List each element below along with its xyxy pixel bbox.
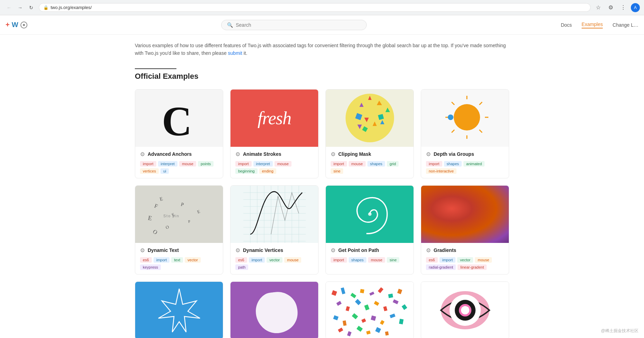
- tag-import-2[interactable]: import: [235, 161, 252, 167]
- svg-rect-77: [366, 330, 371, 335]
- tag-ending[interactable]: ending: [259, 168, 276, 174]
- back-button[interactable]: ←: [4, 3, 14, 12]
- card-icon-dynamic-text: ⚙: [140, 247, 145, 254]
- tag-import-3[interactable]: import: [331, 161, 347, 167]
- tag-beginning[interactable]: beginning: [235, 168, 258, 174]
- tag-es6-6[interactable]: es6: [235, 257, 247, 263]
- tag-interpret[interactable]: interpret: [158, 161, 177, 167]
- tag-ui[interactable]: ui: [160, 168, 169, 174]
- svg-rect-71: [380, 320, 384, 325]
- svg-text:E: E: [147, 214, 152, 222]
- search-bar[interactable]: 🔍: [221, 20, 367, 30]
- tag-linear-gradient[interactable]: linear-gradent: [458, 264, 487, 270]
- fresh-text: fresh: [258, 108, 291, 128]
- bookmark-button[interactable]: ☆: [593, 3, 603, 12]
- tag-text[interactable]: text: [171, 257, 183, 263]
- tag-es6-5[interactable]: es6: [140, 257, 152, 263]
- card-blob[interactable]: [230, 281, 319, 338]
- tag-mouse[interactable]: mouse: [179, 161, 196, 167]
- card-star[interactable]: [135, 281, 223, 338]
- tag-sine-7[interactable]: sine: [387, 257, 399, 263]
- svg-rect-52: [350, 293, 356, 298]
- tag-shapes-7[interactable]: shapes: [349, 257, 366, 263]
- card-title-get-point-on-path: Get Point on Path: [338, 247, 379, 253]
- svg-rect-62: [374, 301, 379, 306]
- tag-import[interactable]: import: [140, 161, 156, 167]
- card-get-point-on-path[interactable]: ⚙ Get Point on Path import shapes mouse …: [325, 185, 414, 274]
- dynamic-vertices-svg: [243, 186, 306, 243]
- card-eye[interactable]: [421, 281, 509, 338]
- tag-mouse-6[interactable]: mouse: [284, 257, 301, 263]
- card-icon-advanced-anchors: ⚙: [140, 151, 145, 158]
- tag-import-4[interactable]: import: [426, 161, 442, 167]
- tag-mouse-8[interactable]: mouse: [475, 257, 492, 263]
- menu-button[interactable]: ⋮: [618, 3, 628, 12]
- tag-vector-6[interactable]: vector: [267, 257, 282, 263]
- card-dynamic-vertices[interactable]: ⚙ Dynamic Vertices es6 import vector mou…: [230, 185, 319, 274]
- card-icon-dynamic-vertices: ⚙: [235, 247, 240, 254]
- address-bar[interactable]: 🔒 two.js.org/examples/: [39, 3, 591, 12]
- tag-import-6[interactable]: import: [249, 257, 265, 263]
- profile-avatar[interactable]: A: [631, 3, 640, 12]
- tag-import-8[interactable]: import: [440, 257, 456, 263]
- card-advanced-anchors[interactable]: C ⚙ Advanced Anchors import interpret mo…: [135, 89, 223, 178]
- svg-rect-56: [388, 294, 393, 298]
- tag-vertices[interactable]: vertices: [140, 168, 159, 174]
- search-input[interactable]: [236, 22, 361, 28]
- svg-rect-60: [355, 299, 361, 305]
- card-animate-strokes[interactable]: fresh ⚙ Animate Strokes import interpret…: [230, 89, 319, 178]
- card-title-row-3: ⚙ Clipping Mask: [331, 151, 409, 158]
- card-title-row-8: ⚙ Gradients: [426, 247, 504, 254]
- intro-paragraph: Various examples of how to use different…: [135, 42, 509, 57]
- card-title-advanced-anchors: Advanced Anchors: [148, 151, 192, 157]
- tag-non-interactive[interactable]: non-interactive: [426, 168, 456, 174]
- tag-import-5[interactable]: import: [154, 257, 170, 263]
- forward-button[interactable]: →: [15, 3, 25, 12]
- tag-vector-8[interactable]: vector: [457, 257, 473, 263]
- svg-point-1: [346, 94, 394, 142]
- reload-button[interactable]: ↻: [26, 3, 36, 12]
- svg-rect-74: [338, 328, 343, 332]
- svg-line-20: [452, 130, 454, 133]
- svg-rect-72: [390, 313, 395, 318]
- tag-keypress[interactable]: keypress: [140, 264, 161, 270]
- tag-mouse-3[interactable]: mouse: [349, 161, 366, 167]
- tag-vector-5[interactable]: vector: [185, 257, 201, 263]
- tag-path[interactable]: path: [235, 264, 248, 270]
- card-gradients[interactable]: ⚙ Gradients es6 import vector mouse radi…: [421, 185, 509, 274]
- card-clipping-mask[interactable]: ⚙ Clipping Mask import mouse shapes grid…: [325, 89, 414, 178]
- tags-dynamic-text: es6 import text vector keypress: [140, 257, 218, 270]
- tag-animated[interactable]: animated: [463, 161, 485, 167]
- nav-examples[interactable]: Examples: [582, 22, 603, 28]
- svg-text:O: O: [165, 224, 170, 230]
- tag-sine[interactable]: sine: [331, 168, 343, 174]
- tag-points[interactable]: points: [198, 161, 214, 167]
- preview-gradients: [421, 186, 509, 243]
- card-dynamic-text[interactable]: E F E E O P P O E Sto pin ⚙ Dynamic Text: [135, 185, 223, 274]
- tag-es6-8[interactable]: es6: [426, 257, 438, 263]
- tag-radial-gradient[interactable]: radial-gradient: [426, 264, 456, 270]
- svg-rect-53: [360, 289, 365, 293]
- tag-import-7[interactable]: import: [331, 257, 347, 263]
- nav-changelog[interactable]: Change L…: [612, 22, 638, 28]
- tag-interpret-2[interactable]: interpret: [253, 161, 273, 167]
- tag-shapes-4[interactable]: shapes: [444, 161, 462, 167]
- submit-link[interactable]: submit: [228, 50, 242, 56]
- tag-shapes[interactable]: shapes: [367, 161, 385, 167]
- tag-grid[interactable]: grid: [387, 161, 399, 167]
- svg-rect-67: [343, 320, 347, 326]
- logo-dot: [23, 24, 25, 26]
- svg-text:E: E: [197, 209, 201, 214]
- search-icon: 🔍: [227, 22, 233, 28]
- top-nav: + W 🔍 Docs Examples Change L…: [0, 15, 644, 35]
- card-depth-via-groups[interactable]: ⚙ Depth via Groups import shapes animate…: [421, 89, 509, 178]
- section-divider: [135, 68, 176, 69]
- svg-text:P: P: [180, 201, 184, 208]
- tag-mouse-2[interactable]: mouse: [275, 161, 291, 167]
- card-confetti[interactable]: [325, 281, 414, 338]
- card-title-row-6: ⚙ Dynamic Vertices: [235, 247, 313, 254]
- blob-svg: [243, 282, 306, 338]
- nav-docs[interactable]: Docs: [561, 22, 572, 28]
- tag-mouse-7[interactable]: mouse: [368, 257, 385, 263]
- extensions-button[interactable]: ⚙: [606, 3, 616, 12]
